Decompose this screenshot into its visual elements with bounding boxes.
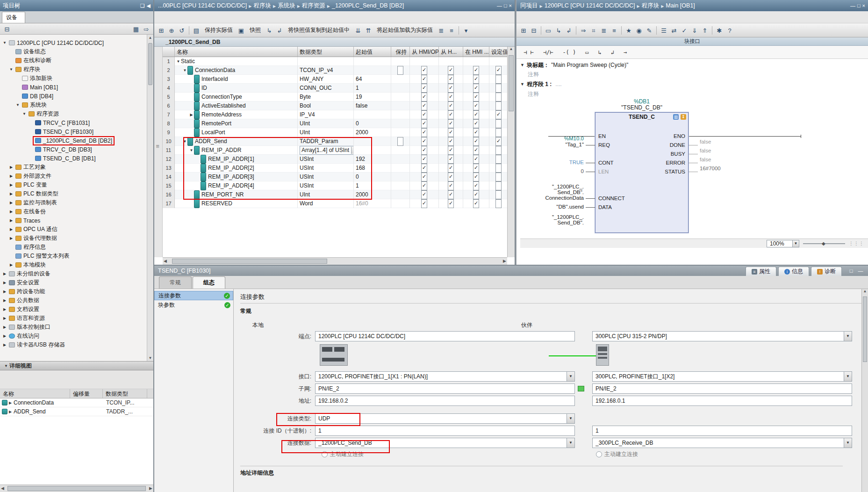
hmi-visible-checkbox[interactable] <box>473 101 479 110</box>
endpoint-partner-field[interactable]: 300PLC [CPU 315-2 PN/DP]▼ <box>592 331 852 341</box>
expand-arrow-icon[interactable]: ▶ <box>2 325 7 329</box>
hmi-write-checkbox[interactable] <box>448 128 454 137</box>
variable-name-cell[interactable]: LocalPort <box>175 128 298 137</box>
absolute-symbolic-icon[interactable]: ⌗ <box>589 26 598 35</box>
hmi-visible-checkbox[interactable] <box>473 173 479 181</box>
setpoint-checkbox[interactable] <box>495 110 502 119</box>
start-value-cell[interactable]: 1 <box>354 181 391 190</box>
hmi-opc-checkbox[interactable] <box>421 137 427 146</box>
expand-arrow-icon[interactable]: ▶ <box>8 218 14 223</box>
expand-arrow-icon[interactable]: ▶ <box>2 298 7 303</box>
start-value-cell[interactable]: 0 <box>354 173 391 181</box>
network-comment-placeholder[interactable]: 注释 <box>520 90 868 98</box>
variable-name-cell[interactable]: ▼ADDR_Send <box>175 137 298 146</box>
table-row[interactable]: 6ActiveEstablishedBoolfalse <box>163 101 507 110</box>
tab-info[interactable]: i信息 <box>778 267 809 276</box>
connection-id-local-field[interactable]: 1 <box>315 426 575 436</box>
collapse-left-panel-icon[interactable]: ◀ <box>147 3 151 8</box>
variable-name-cell[interactable]: REM_PORT_NR <box>175 190 298 199</box>
collapse-arrow-icon[interactable]: ▼ <box>3 364 9 368</box>
pin-busy[interactable]: BUSY <box>671 151 685 157</box>
reset-start-values-icon[interactable]: ↺ <box>177 26 187 35</box>
datatype-cell[interactable]: UInt <box>298 128 354 137</box>
minimize-icon[interactable]: — <box>850 3 855 8</box>
setpoint-checkbox[interactable] <box>495 66 502 75</box>
operand-cont[interactable]: TRUE <box>520 159 584 165</box>
expand-arrow-icon[interactable]: ▼ <box>22 112 27 116</box>
expand-arrow-icon[interactable]: ▶ <box>2 272 7 276</box>
variable-name-cell[interactable]: RemotePort <box>175 119 298 128</box>
hmi-visible-checkbox[interactable] <box>473 84 479 93</box>
start-value-cell[interactable]: 192 <box>354 155 391 164</box>
tab-general[interactable]: 常规 <box>159 276 192 289</box>
variable-name-cell[interactable]: ConnectionType <box>175 93 298 101</box>
start-value-cell[interactable]: false <box>354 101 391 110</box>
table-row[interactable]: 8RemotePortUInt0 <box>163 119 507 128</box>
start-value-cell[interactable] <box>354 57 391 66</box>
tree-item[interactable]: ▶外部源文件 <box>0 172 153 181</box>
datatype-cell[interactable]: USInt <box>298 164 354 173</box>
hmi-write-checkbox[interactable] <box>448 155 454 164</box>
operand-data[interactable]: "DB".usend <box>520 204 584 210</box>
scroll-up-icon[interactable]: ▲ <box>147 36 153 40</box>
block-version-icon[interactable]: ▥ <box>673 114 679 120</box>
datatype-cell[interactable]: USInt <box>298 155 354 164</box>
setpoint-checkbox[interactable] <box>495 75 502 84</box>
chevron-down-icon[interactable]: ▼ <box>567 372 574 381</box>
datatype-cell[interactable]: USInt <box>298 173 354 181</box>
breadcrumb-item[interactable]: _1200PLC_Send_DB [DB2] <box>332 2 404 9</box>
hmi-visible-checkbox[interactable] <box>473 146 479 155</box>
pin-done[interactable]: DONE <box>670 142 685 148</box>
chevron-down-icon[interactable]: ▼ <box>567 438 574 448</box>
tree-item[interactable]: ▼程序资源 <box>0 109 153 118</box>
datatype-cell[interactable]: Bool <box>298 101 354 110</box>
slider-knob[interactable]: ◆ <box>822 241 825 246</box>
hmi-visible-checkbox[interactable] <box>473 181 479 190</box>
view-filter-icon[interactable]: ⊟ <box>2 24 12 34</box>
address-local-field[interactable]: 192.168.0.2 <box>315 396 575 406</box>
block-interface-bar[interactable]: 块接口 <box>516 37 868 46</box>
call-structure-icon[interactable]: ☰ <box>659 26 668 35</box>
operand-connect-line1[interactable]: "_1200PLC_. <box>520 184 584 189</box>
expand-arrow-icon[interactable]: ▼ <box>2 41 7 45</box>
expand-arrow-icon[interactable]: ▶ <box>8 236 14 240</box>
pin-data[interactable]: DATA <box>598 204 612 210</box>
output-status-value[interactable]: 16#7000 <box>700 166 721 171</box>
float-panel-icon[interactable]: □ <box>847 268 855 274</box>
hmi-opc-checkbox[interactable] <box>421 173 427 181</box>
endpoint-local-field[interactable]: 1200PLC [CPU 1214C DC/DC/DC] <box>315 331 575 341</box>
operand-next-line1[interactable]: "_1200PLC_. <box>520 214 584 220</box>
hmi-opc-checkbox[interactable] <box>421 110 427 119</box>
header-hmi-opc[interactable]: 从 HMI/OPC.. <box>410 47 439 57</box>
hmi-opc-checkbox[interactable] <box>421 181 427 190</box>
interface-partner-field[interactable]: 300PLC, PROFINET接口_1[X2]▼ <box>592 371 852 382</box>
tree-item[interactable]: ▶安全设置 <box>0 278 153 287</box>
variable-name-cell[interactable]: ▼REM_IP_ADDR <box>175 146 298 155</box>
datatype-cell[interactable]: USInt <box>298 181 354 190</box>
setpoint-checkbox[interactable] <box>495 164 502 173</box>
hmi-opc-checkbox[interactable] <box>421 119 427 128</box>
expand-arrow-icon[interactable]: ▶ <box>189 110 194 119</box>
hmi-write-checkbox[interactable] <box>448 199 454 208</box>
start-value-cell[interactable]: 168 <box>354 164 391 173</box>
scrollbar-thumb[interactable] <box>172 259 327 264</box>
hmi-write-checkbox[interactable] <box>448 190 454 199</box>
expand-arrow-icon[interactable]: ▶ <box>2 316 7 320</box>
scrollbar-thumb[interactable] <box>509 55 514 111</box>
output-busy-value[interactable]: false <box>700 148 711 153</box>
tree-item[interactable]: ▶语言和资源 <box>0 314 153 323</box>
scrollbar-thumb[interactable] <box>148 43 152 85</box>
scroll-left-icon[interactable]: ◀ <box>164 259 167 263</box>
setpoint-checkbox[interactable] <box>495 128 502 137</box>
expand-arrow-icon[interactable]: ▶ <box>2 334 7 338</box>
datatype-cell[interactable]: Word <box>298 199 354 208</box>
subnet-partner-field[interactable]: PN/IE_2 <box>592 383 852 394</box>
collapse-panel-icon[interactable]: — <box>857 268 864 274</box>
table-row[interactable]: 14REM_IP_ADDR[3]USInt0 <box>163 173 507 181</box>
float-panel-icon[interactable]: ❏ <box>140 3 145 8</box>
hmi-write-checkbox[interactable] <box>448 119 454 128</box>
expand-arrow-icon[interactable]: ▶ <box>8 210 14 214</box>
connection-data-partner-field[interactable]: _300PLC_Receive_DB▼ <box>592 438 852 448</box>
datatype-cell[interactable]: TCON_IP_v4 <box>298 66 354 75</box>
hmi-write-checkbox[interactable] <box>448 164 454 173</box>
